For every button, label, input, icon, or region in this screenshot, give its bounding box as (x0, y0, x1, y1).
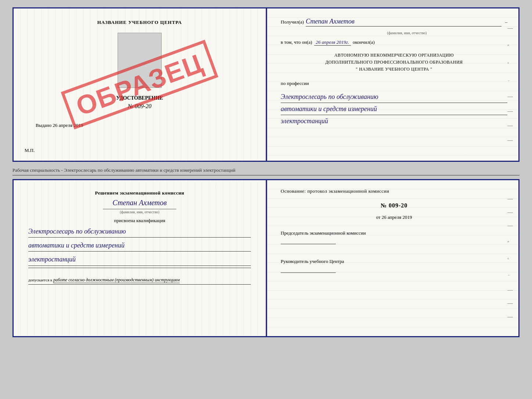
profession-line1: Электрослесарь по обслуживанию (281, 91, 507, 103)
edge-mark-1 (507, 28, 513, 29)
org-line2: ДОПОЛНИТЕЛЬНОГО ПРОФЕССИОНАЛЬНОГО ОБРАЗО… (281, 59, 507, 66)
allowed-label: допускается к работе согласно должностны… (28, 277, 251, 283)
edge-mark-3 (507, 111, 513, 112)
decision-title: Решением экзаменационной комиссии (28, 189, 251, 197)
profession-line3: электростанций (281, 115, 507, 127)
school-name-top: НАЗВАНИЕ УЧЕБНОГО ЦЕНТРА (97, 19, 182, 25)
edge-text-i: и (507, 43, 517, 47)
vtom-label: в том, что он(а) (281, 39, 312, 45)
edge-mark-4 (507, 126, 513, 126)
profession-block: Электрослесарь по обслуживанию автоматик… (281, 91, 507, 127)
org-line1: АВТОНОМНУЮ НЕКОММЕРЧЕСКУЮ ОРГАНИЗАЦИЮ (281, 52, 507, 59)
top-certificate: НАЗВАНИЕ УЧЕБНОГО ЦЕНТРА УДОСТОВЕРЕНИЕ №… (12, 7, 520, 162)
bedge-text-i: и (507, 239, 517, 243)
chairman-title: Председатель экзаменационной комиссии (281, 229, 507, 237)
edge-text-a: а (507, 61, 517, 64)
chairman-signature (281, 237, 336, 244)
bedge-mark-1 (507, 199, 513, 199)
org-name-line: " НАЗВАНИЕ УЧЕБНОГО ЦЕНТРА " (281, 66, 507, 73)
profession-label: по профессии (281, 81, 507, 86)
qual-line2: автоматики и средств измерений (28, 239, 251, 252)
bottom-line-left (28, 268, 251, 268)
document-container: НАЗВАНИЕ УЧЕБНОГО ЦЕНТРА УДОСТОВЕРЕНИЕ №… (12, 7, 520, 337)
org-block: АВТОНОМНУЮ НЕКОММЕРЧЕСКУЮ ОРГАНИЗАЦИЮ ДО… (281, 52, 507, 73)
bottom-cert-right-page: Основание: протокол экзаменационной коми… (266, 180, 518, 336)
top-cert-left-page: НАЗВАНИЕ УЧЕБНОГО ЦЕНТРА УДОСТОВЕРЕНИЕ №… (14, 8, 266, 161)
edge-text-arrow: ← (507, 79, 517, 82)
bedge-mark-3 (507, 226, 513, 226)
okoncil-label: окончил(а) (353, 39, 375, 45)
received-line: Получил(а) Степан Ахметов – (281, 18, 507, 26)
profession-line2: автоматики и средств измерений (281, 103, 507, 115)
bottom-cert-left-page: Решением экзаменационной комиссии Степан… (14, 180, 266, 336)
allowed-text: допускается к (28, 278, 52, 282)
bottom-person-name: Степан Ахметов (28, 199, 251, 207)
received-name: Степан Ахметов (306, 18, 501, 26)
bottom-right-edge-marks: и а ← (507, 180, 517, 336)
basis-title: Основание: протокол экзаменационной коми… (281, 188, 507, 195)
issued-label: Выдано (36, 122, 51, 128)
bedge-mark-6 (507, 317, 513, 317)
org-name: НАЗВАНИЕ УЧЕБНОГО ЦЕНТРА (359, 67, 429, 72)
right-edge-marks: и а ← (507, 8, 517, 161)
bedge-text-arrow: ← (507, 273, 517, 277)
bottom-date-value: 26 апреля 2019 (382, 214, 412, 220)
mp-label: М.П. (25, 147, 35, 153)
bottom-fio-label: (фамилия, имя, отчество) (103, 209, 176, 214)
allowed-italic: работе согласно должностным (производств… (53, 277, 180, 283)
bedge-mark-2 (507, 213, 513, 213)
specialty-text: Рабочая специальность - Электрослесарь п… (12, 165, 520, 175)
assigned-label: присвоена квалификация (28, 218, 251, 224)
bedge-mark-5 (507, 303, 513, 304)
received-label: Получил(а) (281, 19, 304, 25)
top-cert-right-page: Получил(а) Степан Ахметов – (фамилия, им… (266, 8, 518, 161)
edge-mark-5 (507, 140, 513, 141)
edge-mark-2 (507, 97, 513, 97)
bottom-certificate: Решением экзаменационной комиссии Степан… (12, 179, 520, 337)
bedge-mark-4 (507, 290, 513, 291)
fio-label-top: (фамилия, имя, отчество) (306, 31, 507, 35)
bottom-line-left2 (28, 284, 251, 285)
cert-date: 26 апреля 2019г. (314, 39, 351, 46)
qual-line1: Электрослесарь по обслуживанию (28, 225, 251, 238)
date-prefix: от (376, 214, 380, 220)
qualification-block: Электрослесарь по обслуживанию автоматик… (28, 225, 251, 266)
bedge-text-a: а (507, 256, 517, 260)
chairman-block: Председатель экзаменационной комиссии (281, 229, 507, 247)
leader-title: Руководитель учебного Центра (281, 258, 507, 266)
leader-signature (281, 266, 336, 273)
vtom-line: в том, что он(а) 26 апреля 2019г. окончи… (281, 39, 507, 46)
protocol-date: от 26 апреля 2019 (281, 214, 507, 220)
protocol-number: № 009-20 (281, 202, 507, 209)
qual-line3: электростанций (28, 253, 251, 266)
leader-block: Руководитель учебного Центра (281, 258, 507, 275)
